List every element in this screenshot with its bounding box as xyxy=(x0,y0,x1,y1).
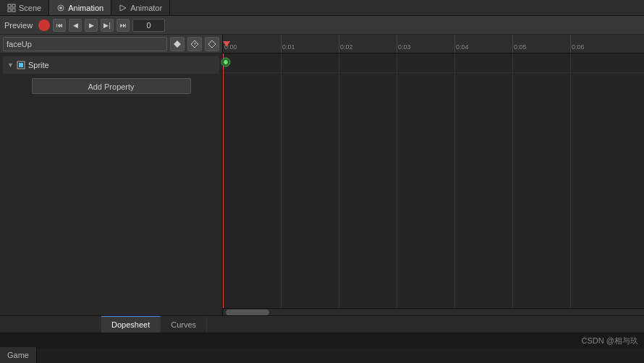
prev-frame-button[interactable]: ◀ xyxy=(69,19,82,32)
tab-curves[interactable]: Curves xyxy=(161,316,207,333)
skip-to-end-button[interactable]: ⏭ xyxy=(116,19,130,32)
status-bar: Game CSDN @相与玖 xyxy=(0,333,644,349)
preview-toolbar: Preview ⏮ ◀ ▶ ▶| ⏭ xyxy=(0,16,644,35)
scrollbar-thumb[interactable] xyxy=(226,309,269,315)
track-separator xyxy=(223,72,644,73)
main-area: faceUp + ▼ xyxy=(0,35,644,315)
grid-line-1 xyxy=(281,54,281,308)
playhead-line xyxy=(223,54,224,308)
ruler-mark-6: 0:06 xyxy=(572,43,585,51)
tab-animator[interactable]: Animator xyxy=(111,0,170,15)
time-field[interactable] xyxy=(132,19,165,32)
sprite-expand-arrow: ▼ xyxy=(7,61,14,69)
sprite-header[interactable]: ▼ Sprite xyxy=(3,56,219,74)
svg-rect-1 xyxy=(12,4,15,7)
ruler-tick-4 xyxy=(454,35,455,53)
add-property-button[interactable]: Add Property xyxy=(32,78,191,94)
svg-text:+: + xyxy=(194,41,197,46)
sprite-label: Sprite xyxy=(28,61,49,69)
grid-line-4 xyxy=(454,54,455,308)
ruler-mark-2: 0:02 xyxy=(340,43,353,51)
clip-dropdown[interactable]: faceUp xyxy=(3,37,167,51)
ruler-mark-3: 0:03 xyxy=(398,43,411,51)
next-frame-button[interactable]: ▶| xyxy=(101,19,114,32)
tab-scene-label: Scene xyxy=(19,4,41,12)
bottom-tabs: Dopesheet Curves xyxy=(0,315,644,333)
arrow-icon xyxy=(119,4,127,12)
delete-keyframe-btn[interactable] xyxy=(205,37,219,51)
keyframe-icon xyxy=(220,56,232,68)
grid-line-2 xyxy=(339,54,339,308)
svg-rect-12 xyxy=(19,63,23,67)
svg-rect-0 xyxy=(8,4,11,7)
grid-line-6 xyxy=(570,54,571,308)
ruler-mark-1: 0:01 xyxy=(282,43,295,51)
tab-animator-label: Animator xyxy=(130,4,162,12)
clip-dropdown-row: faceUp + xyxy=(0,35,222,54)
ruler-tick-3 xyxy=(397,35,397,53)
grid-line-5 xyxy=(512,54,513,308)
svg-marker-7 xyxy=(174,40,181,48)
svg-point-5 xyxy=(59,7,62,9)
diamond-icon xyxy=(174,40,181,48)
left-panel: faceUp + ▼ xyxy=(0,35,223,315)
tab-animation[interactable]: Animation xyxy=(49,0,111,15)
tab-dopesheet[interactable]: Dopesheet xyxy=(101,316,161,333)
ruler-tick-5 xyxy=(512,35,513,53)
game-tab-label: Game xyxy=(7,351,29,359)
top-tab-bar: Scene Animation Animator xyxy=(0,0,644,16)
tab-curves-label: Curves xyxy=(171,320,196,329)
record-button[interactable] xyxy=(38,20,50,31)
circle-icon xyxy=(56,4,65,12)
tab-dopesheet-label: Dopesheet xyxy=(111,320,150,329)
horizontal-scrollbar[interactable] xyxy=(223,308,644,315)
tab-animation-label: Animation xyxy=(68,4,103,12)
playhead-triangle-icon xyxy=(223,41,230,47)
tab-scene[interactable]: Scene xyxy=(0,0,49,15)
right-panel: 0:00 0:01 0:02 0:03 0:04 0:05 0:06 xyxy=(223,35,644,315)
game-tab[interactable]: Game xyxy=(0,347,37,363)
svg-rect-3 xyxy=(12,9,15,12)
minus-diamond-icon xyxy=(208,40,216,48)
svg-rect-2 xyxy=(8,9,11,12)
add-keyframe-btn[interactable]: + xyxy=(187,37,202,51)
keyframe-icon-btn[interactable] xyxy=(170,37,185,51)
property-area: ▼ Sprite Add Property xyxy=(0,54,222,315)
preview-label: Preview xyxy=(4,21,33,30)
ruler-tick-1 xyxy=(281,35,281,53)
track-content xyxy=(223,54,644,308)
ruler-tick-2 xyxy=(339,35,339,53)
grid-icon xyxy=(7,4,16,12)
ruler-container: 0:00 0:01 0:02 0:03 0:04 0:05 0:06 xyxy=(223,35,644,53)
sprite-icon xyxy=(17,61,25,69)
svg-marker-6 xyxy=(120,5,126,11)
play-button[interactable]: ▶ xyxy=(85,19,98,32)
timeline-body xyxy=(223,54,644,308)
grid-line-3 xyxy=(397,54,397,308)
ruler-mark-4: 0:04 xyxy=(456,43,469,51)
status-text: CSDN @相与玖 xyxy=(582,336,638,346)
skip-to-start-button[interactable]: ⏮ xyxy=(53,19,66,32)
plus-diamond-icon: + xyxy=(191,40,198,48)
timeline-ruler-header: 0:00 0:01 0:02 0:03 0:04 0:05 0:06 xyxy=(223,35,644,54)
playhead-top-marker xyxy=(223,35,230,54)
ruler-tick-6 xyxy=(570,35,571,53)
svg-marker-10 xyxy=(208,40,216,48)
keyframe-marker[interactable] xyxy=(220,56,232,69)
ruler-mark-5: 0:05 xyxy=(514,43,527,51)
